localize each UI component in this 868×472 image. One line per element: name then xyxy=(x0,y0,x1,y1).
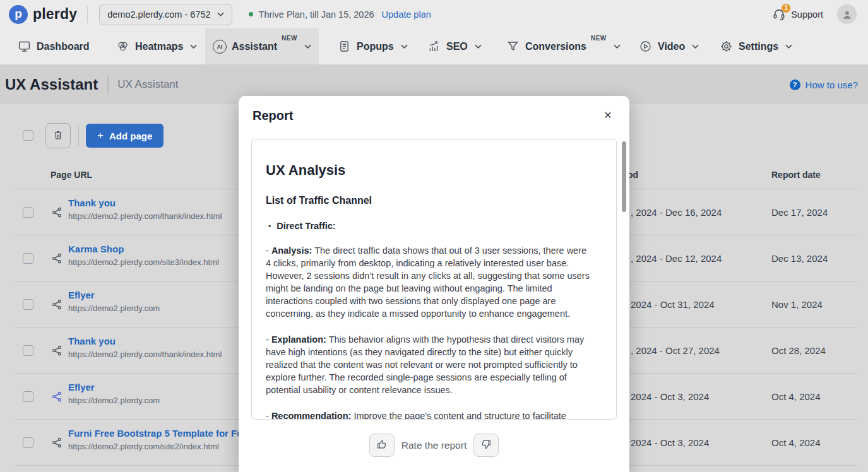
scrollbar-thumb[interactable] xyxy=(622,141,626,212)
avatar[interactable] xyxy=(837,4,857,24)
thumbs-up-button[interactable] xyxy=(369,434,395,457)
plan-status-text: Thrive Plan, till Jan 15, 2026 xyxy=(259,9,374,20)
trash-icon xyxy=(52,129,64,143)
report-paragraph: - Analysis: The direct traffic data show… xyxy=(266,244,590,320)
row-checkbox[interactable] xyxy=(23,391,33,402)
report-date-cell: Oct 4, 2024 xyxy=(771,437,821,448)
thumbs-up-icon xyxy=(376,439,388,452)
share-icon[interactable] xyxy=(51,298,63,310)
share-icon[interactable] xyxy=(51,437,63,449)
breadcrumb: UX Assistant xyxy=(117,78,178,91)
nav-item-popups[interactable]: Popups xyxy=(330,28,415,64)
close-icon: × xyxy=(604,107,612,122)
modal-footer: Rate the report xyxy=(239,434,629,457)
share-icon[interactable] xyxy=(51,206,63,218)
close-button[interactable]: × xyxy=(599,106,617,124)
update-plan-link[interactable]: Update plan xyxy=(382,9,431,20)
new-badge: NEW xyxy=(591,35,607,42)
support-badge: 1 xyxy=(782,4,790,13)
delete-button[interactable] xyxy=(45,123,71,148)
period-cell: 2024 - Oct 31, 2024 xyxy=(631,299,715,310)
nav-item-conversions[interactable]: Conversions NEW xyxy=(499,28,628,64)
report-date-cell: Nov 1, 2024 xyxy=(771,299,823,310)
add-page-button[interactable]: + Add page xyxy=(86,124,163,148)
main-nav: Dashboard Heatmaps AI Assistant NEW Popu… xyxy=(0,28,868,65)
column-report-date[interactable]: Report date xyxy=(771,170,821,180)
report-date-cell: Dec 13, 2024 xyxy=(771,253,828,264)
row-checkbox[interactable] xyxy=(23,207,33,218)
seo-icon xyxy=(427,40,441,53)
thumbs-down-button[interactable] xyxy=(473,434,499,457)
report-date-cell: Oct 28, 2024 xyxy=(771,345,826,356)
nav-item-settings[interactable]: Settings xyxy=(712,28,800,64)
report-modal: Report × UX Analysis List of Traffic Cha… xyxy=(239,96,629,472)
row-checkbox[interactable] xyxy=(23,345,33,356)
domain-select[interactable]: demo2.plerdy.com - 6752 xyxy=(99,4,232,25)
row-checkbox[interactable] xyxy=(23,299,33,310)
nav-item-dashboard[interactable]: Dashboard xyxy=(10,28,97,64)
popups-icon xyxy=(338,40,351,53)
conversions-icon xyxy=(506,40,520,53)
report-subheading: List of Traffic Channel xyxy=(266,195,590,206)
video-icon xyxy=(639,40,652,53)
domain-select-value: demo2.plerdy.com - 6752 xyxy=(107,9,210,20)
topbar-divider xyxy=(87,6,88,23)
rate-label: Rate the report xyxy=(401,440,467,451)
share-icon[interactable] xyxy=(51,391,63,403)
how-to-use-label: How to use? xyxy=(806,80,858,90)
new-badge: NEW xyxy=(282,35,297,42)
add-page-label: Add page xyxy=(109,131,152,141)
period-cell: , 2024 - Dec 12, 2024 xyxy=(631,253,722,264)
settings-icon xyxy=(720,40,733,53)
chevron-down-icon xyxy=(692,44,699,49)
question-icon: ? xyxy=(790,80,800,90)
row-checkbox[interactable] xyxy=(23,437,33,448)
period-cell: , 2024 - Oct 27, 2024 xyxy=(631,345,720,356)
app-page: p plerdy demo2.plerdy.com - 6752 Thrive … xyxy=(0,0,868,472)
select-all-checkbox[interactable] xyxy=(23,130,33,141)
brand-name: plerdy xyxy=(33,6,77,23)
chevron-down-icon xyxy=(217,12,224,16)
bullet-label: Direct Traffic: xyxy=(276,221,335,231)
chevron-down-icon xyxy=(190,44,197,49)
thumbs-down-icon xyxy=(480,439,492,452)
heatmaps-icon xyxy=(116,40,129,53)
report-heading: UX Analysis xyxy=(266,162,590,179)
dashboard-icon xyxy=(18,40,31,53)
chevron-down-icon xyxy=(614,44,621,49)
toolbar-divider xyxy=(78,126,79,146)
row-checkbox[interactable] xyxy=(23,253,33,264)
chevron-down-icon xyxy=(304,44,311,49)
chevron-down-icon xyxy=(475,44,482,49)
brand[interactable]: p plerdy xyxy=(9,5,77,24)
support-button[interactable]: 1 Support xyxy=(772,8,823,21)
period-cell: , 2024 - Dec 16, 2024 xyxy=(631,207,722,218)
period-cell: 2024 - Oct 3, 2024 xyxy=(631,437,709,448)
headset-icon: 1 xyxy=(772,8,786,21)
share-icon[interactable] xyxy=(51,345,63,357)
share-icon[interactable] xyxy=(51,252,63,264)
chevron-down-icon xyxy=(401,44,408,49)
column-page-url[interactable]: Page URL xyxy=(51,170,92,180)
how-to-use-link[interactable]: ? How to use? xyxy=(790,80,858,90)
page-title: UX Assistant xyxy=(5,76,98,93)
support-label: Support xyxy=(791,9,823,20)
chevron-down-icon xyxy=(785,44,792,49)
title-separator xyxy=(107,76,109,93)
bullet-item: • Direct Traffic: xyxy=(266,221,590,231)
nav-item-assistant[interactable]: AI Assistant NEW xyxy=(205,28,319,64)
status-dot-icon xyxy=(249,12,253,16)
period-cell: 2024 - Oct 3, 2024 xyxy=(631,391,709,402)
report-date-cell: Oct 4, 2024 xyxy=(771,391,821,402)
nav-item-heatmaps[interactable]: Heatmaps xyxy=(109,28,205,64)
top-bar: p plerdy demo2.plerdy.com - 6752 Thrive … xyxy=(0,0,868,28)
plan-status: Thrive Plan, till Jan 15, 2026 xyxy=(249,9,374,20)
nav-item-seo[interactable]: SEO xyxy=(420,28,489,64)
assistant-icon: AI xyxy=(213,40,226,53)
report-paragraph: - Explanation: This behavior aligns with… xyxy=(266,333,590,396)
bullet-icon: • xyxy=(268,222,271,231)
plus-icon: + xyxy=(97,129,104,142)
report-panel: UX Analysis List of Traffic Channel • Di… xyxy=(251,139,617,420)
modal-title: Report xyxy=(253,109,293,123)
nav-item-video[interactable]: Video xyxy=(631,28,706,64)
